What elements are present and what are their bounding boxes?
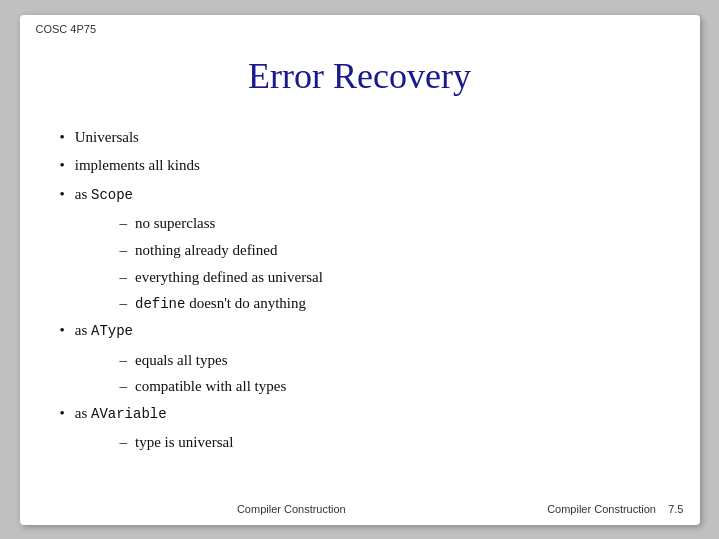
sub-text: equals all types <box>135 348 227 373</box>
footer-center: Compiler Construction <box>237 503 346 515</box>
list-item: • as AType <box>60 318 660 343</box>
sub-list-item: – nothing already defined <box>120 238 660 263</box>
sub-list-item: – equals all types <box>120 348 660 373</box>
bullet-dot: • <box>60 182 65 207</box>
sub-list-item: – compatible with all types <box>120 374 660 399</box>
content-area: • Universals • implements all kinds • as… <box>60 125 660 455</box>
list-item: • Universals <box>60 125 660 150</box>
sub-list-item: – define doesn't do anything <box>120 291 660 316</box>
sub-text: define doesn't do anything <box>135 291 306 316</box>
slide: COSC 4P75 Error Recovery • Universals • … <box>20 15 700 525</box>
sub-text: everything defined as universal <box>135 265 323 290</box>
bullet-text: as AType <box>75 318 133 343</box>
sub-dash: – <box>120 238 128 263</box>
sub-list-item: – everything defined as universal <box>120 265 660 290</box>
sub-text: no superclass <box>135 211 215 236</box>
bullet-text: Universals <box>75 125 139 150</box>
sub-text: nothing already defined <box>135 238 277 263</box>
list-item: • as AVariable <box>60 401 660 426</box>
sub-list-item: – no superclass <box>120 211 660 236</box>
sub-dash: – <box>120 348 128 373</box>
bullet-text: as Scope <box>75 182 133 207</box>
bullet-dot: • <box>60 153 65 178</box>
footer: Compiler Construction Compiler Construct… <box>20 503 700 515</box>
sub-dash: – <box>120 291 128 316</box>
list-item: • as Scope <box>60 182 660 207</box>
sub-dash: – <box>120 211 128 236</box>
sub-list-item: – type is universal <box>120 430 660 455</box>
bullet-dot: • <box>60 318 65 343</box>
bullet-dot: • <box>60 125 65 150</box>
footer-right: Compiler Construction 7.5 <box>547 503 683 515</box>
sub-dash: – <box>120 430 128 455</box>
sub-dash: – <box>120 374 128 399</box>
header-label: COSC 4P75 <box>36 23 97 35</box>
sub-dash: – <box>120 265 128 290</box>
bullet-dot: • <box>60 401 65 426</box>
list-item: • implements all kinds <box>60 153 660 178</box>
sub-text: type is universal <box>135 430 233 455</box>
sub-text: compatible with all types <box>135 374 286 399</box>
bullet-text: implements all kinds <box>75 153 200 178</box>
bullet-text: as AVariable <box>75 401 167 426</box>
slide-title: Error Recovery <box>60 55 660 97</box>
